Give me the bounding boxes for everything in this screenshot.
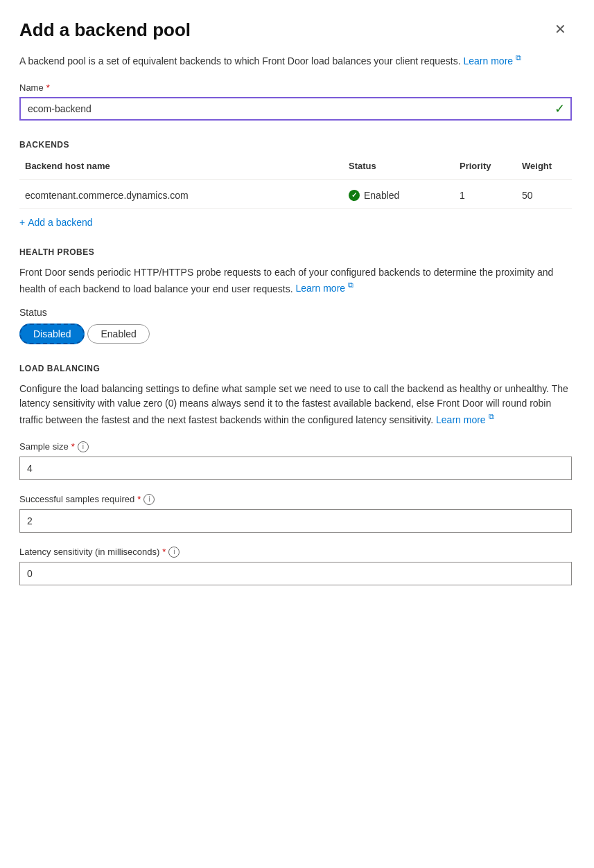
health-probes-external-icon: ⧉ <box>348 281 353 290</box>
backend-host-cell: ecomtenant.commerce.dynamics.com <box>19 190 343 201</box>
latency-sensitivity-info-icon[interactable]: i <box>168 547 180 558</box>
successful-samples-label: Successful samples required * i <box>19 494 572 505</box>
successful-samples-group: Successful samples required * i <box>19 494 572 533</box>
latency-sensitivity-input[interactable] <box>19 562 572 585</box>
backends-table-head: Backend host name Status Priority Weight <box>19 158 572 180</box>
health-probes-status-label: Status <box>19 307 572 318</box>
sample-size-required-star: * <box>71 441 75 452</box>
latency-sensitivity-group: Latency sensitivity (in milliseconds) * … <box>19 547 572 585</box>
col-header-host: Backend host name <box>19 158 343 174</box>
sample-size-label: Sample size * i <box>19 441 572 452</box>
latency-sensitivity-required-star: * <box>162 547 166 557</box>
sample-size-group: Sample size * i <box>19 441 572 480</box>
panel-title: Add a backend pool <box>19 19 191 41</box>
col-header-priority: Priority <box>454 158 516 174</box>
health-probes-section-header: HEALTH PROBES <box>19 247 572 257</box>
col-header-weight: Weight <box>516 158 572 174</box>
latency-sensitivity-label: Latency sensitivity (in milliseconds) * … <box>19 547 572 558</box>
add-backend-link[interactable]: + Add a backend <box>19 217 572 228</box>
successful-samples-info-icon[interactable]: i <box>143 494 155 505</box>
external-link-icon: ⧉ <box>516 53 521 62</box>
close-icon: ✕ <box>554 21 566 37</box>
load-balancing-section-header: LOAD BALANCING <box>19 364 572 373</box>
add-backend-pool-panel: Add a backend pool ✕ A backend pool is a… <box>0 0 594 868</box>
sample-size-info-icon[interactable]: i <box>78 441 89 452</box>
panel-description: A backend pool is a set of equivalent ba… <box>19 52 572 69</box>
health-probes-learn-more-link[interactable]: Learn more ⧉ <box>296 283 353 294</box>
name-required-star: * <box>46 82 50 93</box>
name-check-icon: ✓ <box>554 101 565 116</box>
load-balancing-description: Configure the load balancing settings to… <box>19 382 572 427</box>
backend-priority-cell: 1 <box>454 190 516 201</box>
health-probes-toggle-group: Disabled Enabled <box>19 324 572 344</box>
name-field-label: Name * <box>19 82 572 93</box>
close-button[interactable]: ✕ <box>549 19 572 39</box>
name-input-wrapper: ✓ <box>19 97 572 121</box>
toggle-disabled-button[interactable]: Disabled <box>19 324 85 344</box>
successful-samples-input[interactable] <box>19 509 572 533</box>
health-probes-description: Front Door sends periodic HTTP/HTTPS pro… <box>19 265 572 296</box>
backends-table: Backend host name Status Priority Weight… <box>19 158 572 209</box>
sample-size-input[interactable] <box>19 457 572 480</box>
backend-weight-cell: 50 <box>516 190 572 201</box>
toggle-enabled-button[interactable]: Enabled <box>87 324 149 344</box>
name-input[interactable] <box>19 97 572 121</box>
name-field-group: Name * ✓ <box>19 82 572 121</box>
add-icon: + <box>19 217 25 228</box>
status-enabled-icon <box>349 190 360 201</box>
col-header-status: Status <box>343 158 454 174</box>
load-balancing-learn-more-link[interactable]: Learn more ⧉ <box>436 414 493 425</box>
successful-samples-required-star: * <box>137 494 141 504</box>
backends-section-header: BACKENDS <box>19 140 572 150</box>
backend-status-cell: Enabled <box>343 190 454 201</box>
description-learn-more-link[interactable]: Learn more ⧉ <box>464 55 521 67</box>
table-row[interactable]: ecomtenant.commerce.dynamics.com Enabled… <box>19 183 572 209</box>
load-balancing-external-icon: ⧉ <box>489 412 494 420</box>
panel-header: Add a backend pool ✕ <box>19 19 572 41</box>
